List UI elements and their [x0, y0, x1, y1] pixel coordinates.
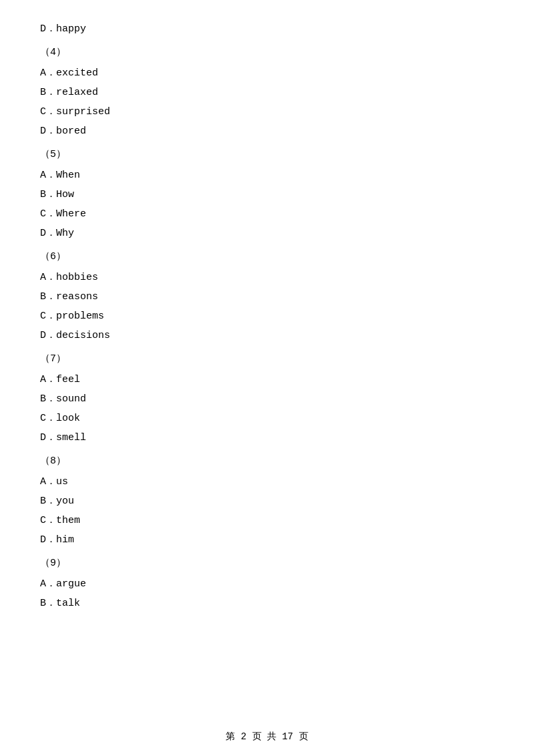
q8: （8） — [40, 452, 494, 470]
b-how: B．How — [40, 186, 494, 204]
d-him: D．him — [40, 531, 494, 549]
q5: （5） — [40, 146, 494, 164]
b-reasons: B．reasons — [40, 288, 494, 306]
b-relaxed: B．relaxed — [40, 83, 494, 102]
d-bored: D．bored — [40, 122, 494, 140]
page-footer: 第 2 页 共 17 页 — [0, 731, 534, 743]
q4: （4） — [40, 43, 494, 61]
b-sound: B．sound — [40, 390, 494, 408]
a-excited: A．excited — [40, 64, 494, 82]
b-you: B．you — [40, 492, 494, 510]
c-problems: C．problems — [40, 307, 494, 325]
a-us: A．us — [40, 473, 494, 491]
c-surprised: C．surprised — [40, 103, 494, 121]
q6: （6） — [40, 248, 494, 266]
q9: （9） — [40, 554, 494, 572]
page-content: D．happy （4） A．excited B．relaxed C．surpri… — [0, 0, 534, 654]
d-why: D．Why — [40, 224, 494, 242]
c-them: C．them — [40, 512, 494, 530]
a-when: A．When — [40, 166, 494, 184]
d-smell: D．smell — [40, 429, 494, 447]
a-argue: A．argue — [40, 575, 494, 593]
a-feel: A．feel — [40, 371, 494, 389]
c-look: C．look — [40, 409, 494, 427]
c-where: C．Where — [40, 205, 494, 223]
q7: （7） — [40, 350, 494, 368]
b-talk: B．talk — [40, 594, 494, 612]
d-happy: D．happy — [40, 20, 494, 38]
a-hobbies: A．hobbies — [40, 268, 494, 287]
d-decisions: D．decisions — [40, 327, 494, 345]
footer-text: 第 2 页 共 17 页 — [226, 731, 308, 742]
